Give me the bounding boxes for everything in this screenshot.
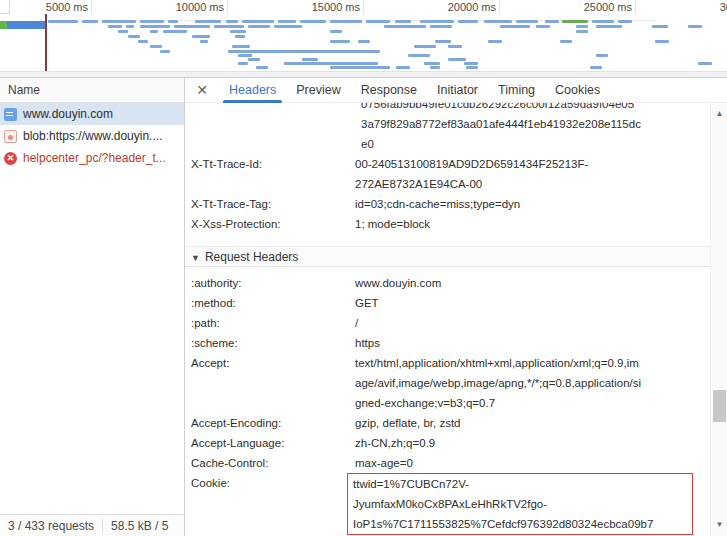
waterfall-bar <box>576 30 588 33</box>
request-count: 3 / 433 requests <box>8 519 94 533</box>
name-column-header[interactable]: Name <box>0 78 184 103</box>
header-value: zh-CN,zh;q=0.9 <box>355 433 687 453</box>
request-row[interactable]: www.douyin.com <box>0 103 184 125</box>
waterfall-bar <box>516 20 538 23</box>
waterfall-bar <box>278 20 296 23</box>
scroll-up-icon[interactable]: ▲ <box>711 107 727 121</box>
waterfall-bar <box>140 20 164 23</box>
waterfall-bar <box>652 25 668 28</box>
waterfall-bar <box>536 25 550 28</box>
waterfall-bar <box>366 20 390 23</box>
headers-content: 0756fab9bb49fe01cdb26292c26c00f12a59da9f… <box>185 103 727 536</box>
waterfall-bar <box>500 25 530 28</box>
waterfall-bar <box>168 20 178 23</box>
waterfall-bar <box>466 66 478 69</box>
waterfall-bar <box>108 25 122 28</box>
header-value: ttwid=1%7CUBCn72V- JyumfaxM0koCx8PAxLeHh… <box>353 478 653 530</box>
request-list-pane: Name www.douyin.comblob:https://www.douy… <box>0 78 185 536</box>
header-key: :authority: <box>185 273 355 293</box>
header-row: :authority:www.douyin.com <box>185 273 710 293</box>
load-event-line <box>45 14 47 72</box>
highlight-annotation-box: ttwid=1%7CUBCn72V- JyumfaxM0koCx8PAxLeHh… <box>347 473 693 535</box>
waterfall-bar <box>408 54 430 57</box>
header-row: X-Tt-Trace-Id:00-240513100819AD9D2D65914… <box>185 154 710 194</box>
image-icon <box>4 130 17 143</box>
header-value: max-age=0 <box>355 453 687 473</box>
scrollbar-thumb[interactable] <box>713 390 726 422</box>
header-value: 1; mode=block <box>355 214 687 234</box>
waterfall-bar <box>192 35 210 38</box>
waterfall-bar <box>562 20 588 23</box>
header-key: :method: <box>185 293 355 313</box>
waterfall-bar <box>545 20 559 23</box>
tab-initiator[interactable]: Initiator <box>427 78 488 103</box>
waterfall-bar <box>330 40 350 43</box>
request-row[interactable]: blob:https://www.douyin.... <box>0 125 184 147</box>
header-key: Accept-Language: <box>185 433 355 453</box>
transfer-size: 58.5 kB / 5 <box>111 519 168 533</box>
header-row: :method:GET <box>185 293 710 313</box>
devtools-network-panel: 5000 ms10000 ms15000 ms20000 ms25000 ms3… <box>0 0 727 536</box>
waterfall-bar <box>435 40 451 43</box>
waterfall-bar <box>560 40 572 43</box>
waterfall-bar <box>48 20 78 23</box>
waterfall-bar <box>230 30 246 33</box>
tab-headers[interactable]: Headers <box>219 78 286 103</box>
request-row[interactable]: ✕helpcenter_pc/?header_t... <box>0 147 184 169</box>
header-row: Accept:text/html,application/xhtml+xml,a… <box>185 353 710 413</box>
waterfall-bar <box>396 66 410 69</box>
request-label: www.douyin.com <box>23 107 113 121</box>
waterfall-bar <box>330 20 362 23</box>
header-key: Accept: <box>185 353 355 413</box>
tab-cookies[interactable]: Cookies <box>545 78 610 103</box>
waterfall-bar <box>200 40 208 43</box>
tab-response[interactable]: Response <box>351 78 427 103</box>
waterfall-bar <box>448 45 462 48</box>
header-row: X-Tt-Trace-Tag:id=03;cdn-cache=miss;type… <box>185 194 710 214</box>
waterfall-bar <box>274 25 302 28</box>
waterfall-bar <box>238 54 252 57</box>
waterfall-bar <box>138 40 148 43</box>
header-key: X-Xss-Protection: <box>185 214 355 234</box>
waterfall-bar <box>102 20 136 23</box>
request-headers-section-toggle[interactable]: ▼Request Headers <box>185 246 710 267</box>
header-value: id=03;cdn-cache=miss;type=dyn <box>355 194 687 214</box>
scroll-down-icon[interactable]: ▼ <box>711 518 727 532</box>
waterfall-bar <box>384 25 426 28</box>
close-icon[interactable]: ✕ <box>195 82 209 98</box>
waterfall-minimap[interactable] <box>0 14 727 72</box>
timeline-tick-label: 30000 ms <box>698 1 727 13</box>
overview-corner <box>0 0 10 14</box>
waterfall-bar <box>226 20 238 23</box>
header-key: :scheme: <box>185 333 355 353</box>
waterfall-bar <box>576 25 588 28</box>
waterfall-bar <box>160 50 170 53</box>
header-key: X-Tt-Trace-Id: <box>185 154 355 194</box>
tab-preview[interactable]: Preview <box>286 78 350 103</box>
waterfall-bar <box>150 45 162 48</box>
triangle-down-icon: ▼ <box>191 253 200 263</box>
header-value: / <box>355 313 687 333</box>
status-separator <box>102 519 103 533</box>
waterfall-bar <box>395 20 411 23</box>
waterfall-bar <box>82 20 98 23</box>
waterfall-bar <box>174 25 210 28</box>
header-key: Cookie: <box>185 473 355 535</box>
waterfall-bar <box>248 58 260 61</box>
waterfall-bar <box>214 25 244 28</box>
tab-timing[interactable]: Timing <box>488 78 545 103</box>
waterfall-bar <box>618 20 632 23</box>
waterfall-bar <box>302 58 318 61</box>
details-scrollbar[interactable]: ▲ ▼ <box>710 103 727 536</box>
header-value: text/html,application/xhtml+xml,applicat… <box>355 353 687 413</box>
header-row: Cookie:ttwid=1%7CUBCn72V- JyumfaxM0koCx8… <box>185 473 710 535</box>
header-key: X-Tt-Trace-Tag: <box>185 194 355 214</box>
request-details-pane: ✕ HeadersPreviewResponseInitiatorTimingC… <box>185 78 727 536</box>
waterfall-bar <box>458 20 478 23</box>
name-column-label: Name <box>8 83 40 97</box>
timeline-tick-label: 20000 ms <box>426 1 496 13</box>
header-row: :path:/ <box>185 313 710 333</box>
network-overview[interactable]: 5000 ms10000 ms15000 ms20000 ms25000 ms3… <box>0 0 727 78</box>
waterfall-bar <box>590 66 602 69</box>
waterfall-bar <box>592 20 614 23</box>
